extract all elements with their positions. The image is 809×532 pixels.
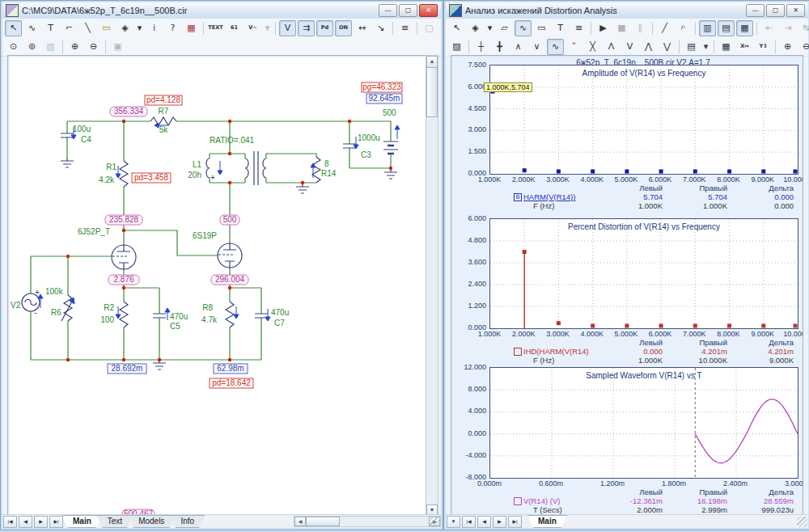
tab-nav-button-2[interactable]: ▶ [34, 516, 48, 528]
tab-nav-button-2[interactable]: ◀ [477, 516, 491, 528]
zoom-in-tool-icon[interactable]: ⊕ [66, 39, 83, 55]
find-binoculars-tool-icon[interactable]: ⊚ [23, 39, 40, 55]
grid-toggle-icon[interactable]: ▦ [736, 20, 753, 36]
shape-picker-icon[interactable]: ◈ [116, 20, 133, 36]
text-tool-icon[interactable]: T [552, 20, 569, 36]
select-arrow-icon[interactable]: ↖ [5, 20, 22, 36]
curve-legend-swatch[interactable] [514, 348, 522, 356]
shape-picker-dropdown-icon[interactable]: ▾ [485, 20, 494, 36]
wire-ortho-mode-icon[interactable]: ⌐ [61, 20, 78, 36]
tab-nav-button-0[interactable]: |◀ [3, 516, 17, 528]
tab-nav-button-3[interactable]: ▶| [49, 516, 63, 528]
slope-cursor-tool-icon[interactable]: ╳ [584, 39, 601, 55]
voltmeter-probe-icon[interactable]: V~ [244, 20, 261, 36]
minimize-button[interactable]: — [379, 4, 397, 17]
zoom-out-button-icon[interactable]: ⊖ [798, 39, 809, 55]
y-tick-label: -4.000 [465, 451, 486, 459]
horizontal-grid-toggle-icon[interactable]: ▤ [718, 20, 735, 36]
left-resize-grip[interactable] [430, 517, 440, 527]
tab-nav-button-0[interactable]: ▼ [447, 516, 460, 528]
zoom-out-tool-icon[interactable]: ⊖ [85, 39, 102, 55]
wave-cursor-tool-icon[interactable]: ∿ [547, 39, 564, 55]
tab-main[interactable]: Main [527, 515, 567, 528]
x-axis-settings-icon[interactable]: X↔ [736, 39, 753, 55]
left-titlebar[interactable]: C:\MC9\DATA\6ж52p_T_6c19n__500B.cir — ▢ … [2, 2, 441, 19]
hscroll-thumb[interactable] [306, 517, 340, 526]
peak-cursor-tool-icon[interactable]: ∧ [510, 39, 527, 55]
tab-nav-button-4[interactable]: ▶| [508, 516, 522, 528]
minimize-button[interactable]: — [746, 4, 765, 17]
properties-tool-icon[interactable]: ≡ [570, 20, 587, 36]
tab-nav-button-1[interactable]: ◀ [19, 516, 32, 528]
y-axis-settings-icon[interactable]: Y↕ [755, 39, 772, 55]
wire-mode-icon[interactable]: ∿ [23, 20, 40, 36]
v2-minus-mark: - [34, 308, 36, 317]
power-display-toggle-icon[interactable]: Pd [316, 20, 333, 36]
point-tag-mode-icon[interactable]: ▭ [533, 20, 550, 36]
line-tool-icon[interactable]: ╲ [79, 20, 96, 36]
high-cursor-tool-icon[interactable]: Λ [603, 39, 620, 55]
maximize-button[interactable]: ▢ [766, 4, 785, 17]
polyline-annotate-tool-icon[interactable]: /· [675, 20, 692, 36]
color-palette-icon[interactable]: ▦ [183, 20, 200, 36]
toolbar-separator [591, 22, 591, 35]
tab-text[interactable]: Text [97, 515, 133, 528]
schematic-canvas[interactable]: 100u C4 R7 5k R1 4.2k 6J52P_T RATIO=.041… [7, 55, 426, 517]
low-cursor-tool-icon[interactable]: V [621, 39, 638, 55]
right-titlebar[interactable]: Анализ искажений Distortion Analysis — ▢… [446, 2, 808, 19]
plot-canvas[interactable]: Amplitude of V(R14) vs Frequency 1.000K,… [489, 65, 798, 175]
x-tick-label: 6.000K [649, 330, 672, 338]
schematic-vertical-scrollbar[interactable]: ▲ ▼ [426, 55, 438, 517]
grid-text-toggle-icon[interactable]: TEXT [207, 20, 224, 36]
x-tick-label: 2.000K [512, 330, 536, 338]
schematic-horizontal-scrollbar[interactable]: ◀ ▶ [294, 516, 441, 527]
numeric-output-button-icon[interactable]: ▦ [718, 39, 735, 55]
node-numbers-toggle-icon[interactable]: 61 [226, 20, 243, 36]
text-tool-icon[interactable]: T [42, 20, 59, 36]
right-resize-grip[interactable] [797, 517, 807, 527]
maximize-button[interactable]: ▢ [399, 4, 417, 17]
vertical-grid-toggle-icon[interactable]: ▥ [699, 20, 716, 36]
line-annotate-tool-icon[interactable]: ╱ [656, 20, 673, 36]
global-high-tool-icon[interactable]: ⋀ [640, 39, 657, 55]
trough-cursor-tool-icon[interactable]: ˅ [565, 39, 582, 55]
horizontal-cursor-tool-icon[interactable]: ┼ [472, 39, 489, 55]
scale-mode-icon[interactable]: ▱ [496, 20, 513, 36]
node-voltages-toggle-icon[interactable]: V [279, 20, 296, 36]
plot-canvas[interactable]: Sampled Waveform V(R14) vs T [489, 367, 798, 479]
valley-cursor-tool-icon[interactable]: ∨ [528, 39, 545, 55]
vertical-cursor-tool-icon[interactable]: ╋ [491, 39, 508, 55]
scroll-up-arrow[interactable]: ▲ [426, 56, 438, 68]
curve-legend-swatch[interactable] [514, 497, 522, 505]
find-part-tool-icon[interactable]: ⊙ [5, 39, 22, 55]
clipboard-basket-dropdown-icon[interactable]: ▾ [701, 39, 710, 55]
zoom-in-button-icon[interactable]: ⊕ [779, 39, 796, 55]
tab-nav-button-3[interactable]: ▶ [493, 516, 506, 528]
scroll-left-arrow[interactable]: ◀ [294, 517, 306, 526]
tab-info[interactable]: Info [170, 515, 205, 528]
shape-picker-icon[interactable]: ◈ [467, 20, 484, 36]
data-points-toggle-icon[interactable]: ▨ [448, 39, 465, 55]
current-arrows-toggle-icon[interactable]: ⇉ [298, 20, 315, 36]
close-button[interactable]: ✕ [786, 4, 805, 17]
shape-picker-dropdown-icon[interactable]: ▾ [135, 20, 144, 36]
global-low-tool-icon[interactable]: ⋁ [659, 39, 676, 55]
lead-stretch-tool-icon[interactable]: ↔ [354, 20, 371, 36]
properties-tool-icon[interactable]: ≡ [396, 20, 413, 36]
curve-legend-swatch[interactable]: B [514, 193, 522, 201]
component-browser-icon[interactable]: ▭ [98, 20, 115, 36]
clipboard-basket-icon[interactable]: ▤ [683, 39, 700, 55]
pick-tool-icon[interactable]: ↘ [372, 20, 389, 36]
cursor-mode-icon[interactable]: ∿ [515, 20, 532, 36]
scroll-thumb[interactable] [426, 67, 438, 117]
help-mode-tool-icon[interactable]: ? [164, 20, 181, 36]
info-tool-icon[interactable]: i [146, 20, 163, 36]
plot-canvas[interactable]: Percent Distortion of V(R14) vs Frequenc… [489, 218, 798, 329]
tab-models[interactable]: Models [128, 515, 175, 528]
tab-nav-button-1[interactable]: |◀ [462, 516, 476, 528]
run-button-icon[interactable]: ▶ [595, 20, 612, 36]
tab-main[interactable]: Main [62, 515, 102, 528]
pin-state-toggle-icon[interactable]: ON [335, 20, 352, 36]
close-button[interactable]: ✕ [419, 4, 438, 17]
select-arrow-icon[interactable]: ↖ [448, 20, 465, 36]
